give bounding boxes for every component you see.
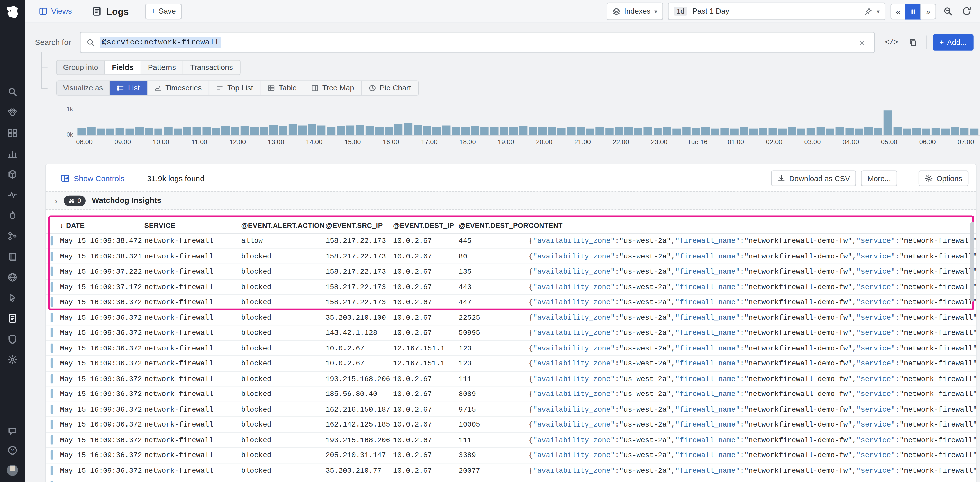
search-input[interactable]: @service:network-firewall × xyxy=(80,32,875,53)
sidebar-item-notebooks-icon[interactable] xyxy=(8,252,18,262)
histogram-bar[interactable] xyxy=(490,127,498,135)
sidebar-item-rum-icon[interactable] xyxy=(8,293,18,303)
histogram-bar[interactable] xyxy=(221,126,229,135)
histogram-bar[interactable] xyxy=(682,127,690,135)
tab-pie-chart[interactable]: Pie Chart xyxy=(362,81,418,95)
sidebar-item-security-icon[interactable] xyxy=(8,334,18,344)
histogram-bar[interactable] xyxy=(77,128,86,135)
copy-icon[interactable] xyxy=(906,36,920,49)
histogram-bar[interactable] xyxy=(865,127,873,135)
time-range-picker[interactable]: 1d Past 1 Day ▾ xyxy=(668,3,885,20)
histogram-bar[interactable] xyxy=(577,127,585,135)
histogram-bar[interactable] xyxy=(318,126,326,135)
histogram-bar[interactable] xyxy=(634,128,643,135)
histogram-bar[interactable] xyxy=(826,128,834,135)
sidebar-item-settings-icon[interactable] xyxy=(8,355,18,365)
table-row[interactable]: May 15 16:09:38.321network-firewallblock… xyxy=(46,249,976,265)
table-row[interactable]: May 15 16:09:36.372network-firewallblock… xyxy=(46,433,976,448)
forward-button[interactable]: » xyxy=(920,3,936,19)
tab-top-list[interactable]: Top List xyxy=(209,81,261,95)
table-row[interactable]: May 15 16:09:36.372network-firewallblock… xyxy=(46,479,976,482)
histogram-bar[interactable] xyxy=(528,127,537,135)
histogram-bar[interactable] xyxy=(807,128,815,135)
histogram-bar[interactable] xyxy=(711,128,719,135)
histogram-bar[interactable] xyxy=(135,127,143,135)
histogram-bar[interactable] xyxy=(471,126,479,135)
add-query-button[interactable]: + Add... xyxy=(933,35,974,51)
table-row[interactable]: May 15 16:09:36.372network-firewallblock… xyxy=(46,371,976,387)
histogram-bar[interactable] xyxy=(327,127,335,135)
table-row[interactable]: May 15 16:09:36.372network-firewallblock… xyxy=(46,463,976,479)
pause-button[interactable] xyxy=(905,3,921,19)
histogram-bar[interactable] xyxy=(721,128,729,135)
tab-transactions[interactable]: Transactions xyxy=(183,61,240,74)
column-header-service[interactable]: SERVICE xyxy=(144,222,241,229)
histogram-bar[interactable] xyxy=(759,128,767,135)
sidebar-item-infrastructure-icon[interactable] xyxy=(8,169,18,179)
histogram-bar[interactable] xyxy=(375,127,383,135)
histogram-bar[interactable] xyxy=(567,127,575,135)
histogram-bar[interactable] xyxy=(394,124,402,135)
watchdog-insights-bar[interactable]: › 0 Watchdog Insights xyxy=(46,191,976,210)
sidebar-item-dashboards-icon[interactable] xyxy=(8,128,18,138)
views-button[interactable]: Views xyxy=(35,6,76,16)
histogram-bar[interactable] xyxy=(615,127,623,135)
sidebar-item-search-icon[interactable] xyxy=(8,87,18,97)
scrollbar-thumb[interactable] xyxy=(970,222,974,302)
histogram-bar[interactable] xyxy=(404,123,412,135)
histogram-bar[interactable] xyxy=(701,127,710,135)
histogram-bar[interactable] xyxy=(941,129,950,135)
histogram-bar[interactable] xyxy=(260,127,268,135)
tab-timeseries[interactable]: Timeseries xyxy=(147,81,209,95)
table-row[interactable]: May 15 16:09:36.372network-firewallblock… xyxy=(46,341,976,356)
sidebar-item-monitors-icon[interactable] xyxy=(8,190,18,200)
histogram-bar[interactable] xyxy=(87,127,95,135)
histogram-bar[interactable] xyxy=(231,127,239,135)
histogram-bar[interactable] xyxy=(298,125,307,135)
histogram-bar[interactable] xyxy=(269,125,278,135)
histogram-bar[interactable] xyxy=(308,124,316,135)
histogram-bar[interactable] xyxy=(461,127,470,135)
column-header-event-dest-ip[interactable]: @EVENT.DEST_IP xyxy=(393,222,459,229)
table-row[interactable]: May 15 16:09:36.372network-firewallblock… xyxy=(46,356,976,371)
histogram-bar[interactable] xyxy=(385,127,393,135)
histogram-bar[interactable] xyxy=(192,127,201,135)
histogram-bar[interactable] xyxy=(480,127,489,135)
histogram-bar[interactable] xyxy=(605,128,614,135)
histogram-bar[interactable] xyxy=(106,128,115,135)
more-button[interactable]: More... xyxy=(861,171,897,186)
histogram-bar[interactable] xyxy=(874,128,882,135)
help-icon[interactable]: ? xyxy=(8,445,18,455)
sidebar-item-watchdog-icon[interactable] xyxy=(8,108,18,117)
histogram-bar[interactable] xyxy=(951,127,959,135)
histogram-bar[interactable] xyxy=(538,127,546,135)
histogram-bar[interactable] xyxy=(884,111,892,135)
table-row[interactable]: May 15 16:09:36.372network-firewallblock… xyxy=(46,325,976,341)
zoom-out-button[interactable] xyxy=(941,4,955,18)
histogram-bar[interactable] xyxy=(509,127,517,135)
histogram-bar[interactable] xyxy=(548,127,556,135)
table-row[interactable]: May 15 16:09:36.372network-firewallblock… xyxy=(46,295,976,310)
column-header-event-dest-port[interactable]: @EVENT.DEST_PORT xyxy=(459,222,528,229)
histogram-bar[interactable] xyxy=(797,128,805,135)
tab-table[interactable]: Table xyxy=(261,81,304,95)
sidebar-item-synthetics-icon[interactable] xyxy=(8,272,18,282)
histogram-bar[interactable] xyxy=(202,127,210,135)
histogram-bar[interactable] xyxy=(788,127,796,135)
table-row[interactable]: May 15 16:09:36.372network-firewallblock… xyxy=(46,387,976,402)
user-avatar[interactable] xyxy=(7,465,18,476)
refresh-button[interactable] xyxy=(960,4,973,18)
histogram-bar[interactable] xyxy=(414,125,422,135)
histogram-bar[interactable] xyxy=(500,127,508,135)
histogram-bar[interactable] xyxy=(932,128,940,135)
histogram-bar[interactable] xyxy=(596,127,604,135)
column-header-content[interactable]: CONTENT xyxy=(528,222,976,229)
histogram-bar[interactable] xyxy=(365,126,374,135)
chevron-right-icon[interactable]: › xyxy=(54,196,57,205)
tab-list[interactable]: List xyxy=(110,81,147,95)
histogram-bar[interactable] xyxy=(730,128,738,135)
table-row[interactable]: May 15 16:09:36.372network-firewallblock… xyxy=(46,402,976,417)
histogram-bar[interactable] xyxy=(893,127,902,135)
rewind-button[interactable]: « xyxy=(890,3,906,19)
histogram-bar[interactable] xyxy=(961,128,969,135)
